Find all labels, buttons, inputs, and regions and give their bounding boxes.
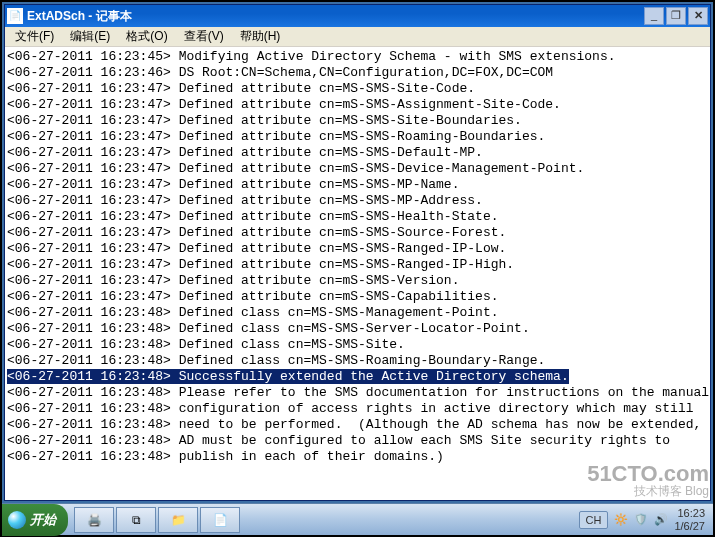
log-line: <06-27-2011 16:23:48> Defined class cn=M… [7,337,708,353]
log-line: <06-27-2011 16:23:47> Defined attribute … [7,97,708,113]
start-label: 开始 [30,511,56,529]
menubar: 文件(F) 编辑(E) 格式(O) 查看(V) 帮助(H) [5,27,710,47]
clock-time: 16:23 [674,507,705,519]
log-line: <06-27-2011 16:23:47> Defined attribute … [7,257,708,273]
log-line: <06-27-2011 16:23:47> Defined attribute … [7,145,708,161]
taskbar-items: 🖨️ ⧉ 📁 📄 [68,507,246,533]
log-line: <06-27-2011 16:23:48> AD must be configu… [7,433,708,449]
language-indicator[interactable]: CH [579,511,609,529]
tray-icon[interactable]: 🔆 [614,513,628,526]
log-line: <06-27-2011 16:23:47> Defined attribute … [7,177,708,193]
windows-orb-icon [8,511,26,529]
taskbar-item-notepad[interactable]: 📄 [200,507,240,533]
log-line: <06-27-2011 16:23:47> Defined attribute … [7,193,708,209]
log-line: <06-27-2011 16:23:48> Defined class cn=M… [7,305,708,321]
log-line: <06-27-2011 16:23:48> Defined class cn=M… [7,321,708,337]
titlebar[interactable]: 📄 ExtADSch - 记事本 _ ❐ ✕ [5,5,710,27]
log-line: <06-27-2011 16:23:47> Defined attribute … [7,241,708,257]
system-tray: CH 🔆 🛡️ 🔊 16:23 1/6/27 [579,507,713,531]
log-line: <06-27-2011 16:23:47> Defined attribute … [7,129,708,145]
menu-format[interactable]: 格式(O) [120,26,173,47]
tray-icon[interactable]: 🛡️ [634,513,648,526]
notepad-window: 📄 ExtADSch - 记事本 _ ❐ ✕ 文件(F) 编辑(E) 格式(O)… [4,4,711,501]
window-controls: _ ❐ ✕ [644,7,708,25]
menu-help[interactable]: 帮助(H) [234,26,287,47]
log-line: <06-27-2011 16:23:47> Defined attribute … [7,273,708,289]
log-line: <06-27-2011 16:23:47> Defined attribute … [7,161,708,177]
taskbar: 开始 🖨️ ⧉ 📁 📄 CH 🔆 🛡️ 🔊 16:23 1/6/27 [2,503,713,535]
tray-icon[interactable]: 🔊 [654,513,668,526]
close-button[interactable]: ✕ [688,7,708,25]
maximize-button[interactable]: ❐ [666,7,686,25]
log-line-highlighted: <06-27-2011 16:23:48> Successfully exten… [7,369,708,385]
log-line: <06-27-2011 16:23:47> Defined attribute … [7,113,708,129]
log-line: <06-27-2011 16:23:46> DS Root:CN=Schema,… [7,65,708,81]
text-area[interactable]: <06-27-2011 16:23:45> Modifying Active D… [5,47,710,500]
app-icon: 📄 [7,8,23,24]
log-line: <06-27-2011 16:23:48> need to be perform… [7,417,708,433]
taskbar-item-print[interactable]: 🖨️ [74,507,114,533]
log-line: <06-27-2011 16:23:48> Please refer to th… [7,385,708,401]
window-title: ExtADSch - 记事本 [27,8,644,25]
clock[interactable]: 16:23 1/6/27 [674,507,705,531]
log-line: <06-27-2011 16:23:48> publish in each of… [7,449,708,465]
clock-date: 1/6/27 [674,520,705,532]
log-line: <06-27-2011 16:23:47> Defined attribute … [7,225,708,241]
taskbar-item-explorer[interactable]: 📁 [158,507,198,533]
start-button[interactable]: 开始 [2,504,68,536]
log-line: <06-27-2011 16:23:45> Modifying Active D… [7,49,708,65]
menu-view[interactable]: 查看(V) [178,26,230,47]
log-line: <06-27-2011 16:23:47> Defined attribute … [7,209,708,225]
menu-edit[interactable]: 编辑(E) [64,26,116,47]
minimize-button[interactable]: _ [644,7,664,25]
taskbar-item-shell[interactable]: ⧉ [116,507,156,533]
log-line: <06-27-2011 16:23:48> Defined class cn=M… [7,353,708,369]
log-line: <06-27-2011 16:23:47> Defined attribute … [7,289,708,305]
menu-file[interactable]: 文件(F) [9,26,60,47]
log-line: <06-27-2011 16:23:47> Defined attribute … [7,81,708,97]
log-line: <06-27-2011 16:23:48> configuration of a… [7,401,708,417]
